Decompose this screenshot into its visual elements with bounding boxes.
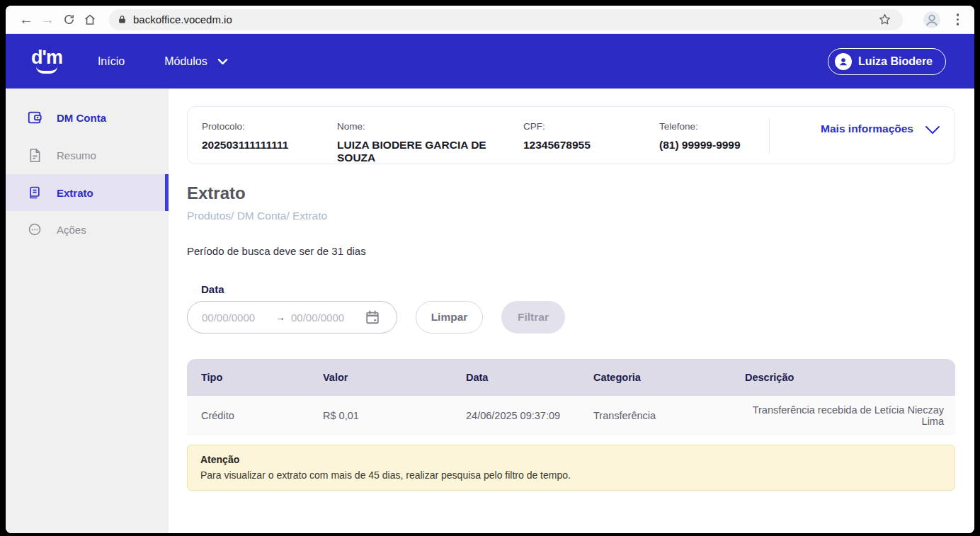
table-row[interactable]: Crédito R$ 0,01 24/06/2025 09:37:09 Tran… xyxy=(187,396,955,435)
document-icon xyxy=(27,148,42,163)
field-value: 12345678955 xyxy=(523,139,659,152)
cell-data: 24/06/2025 09:37:09 xyxy=(452,396,579,435)
dm-logo[interactable]: d'm xyxy=(31,49,62,74)
transactions-table: Tipo Valor Data Categoria Descrição Créd… xyxy=(187,359,955,435)
browser-window: ← → backoffice.vocedm.io d'm Início Módu… xyxy=(6,6,974,533)
page-title: Extrato xyxy=(187,183,955,203)
column-header-categoria: Categoria xyxy=(579,359,731,396)
more-info-link[interactable]: Mais informações xyxy=(821,122,913,135)
wallet-icon xyxy=(27,110,42,125)
chevron-down-icon xyxy=(925,125,940,135)
field-label: CPF: xyxy=(523,121,659,132)
cell-tipo: Crédito xyxy=(187,396,309,435)
date-filter-label: Data xyxy=(201,283,955,295)
sidebar-item-label: Resumo xyxy=(57,149,96,161)
browser-profile-button[interactable] xyxy=(923,11,941,29)
field-label: Protocolo: xyxy=(202,121,337,132)
attention-alert: Atenção Para visualizar o extrato com ma… xyxy=(187,445,955,491)
cell-descricao: Transferência recebida de Letícia Niecza… xyxy=(731,396,955,435)
field-nome: Nome: LUIZA BIODERE GARCIA DE SOUZA xyxy=(337,121,523,151)
alert-title: Atenção xyxy=(200,454,942,465)
filter-row: → Limpar Filtrar xyxy=(187,301,955,333)
column-header-tipo: Tipo xyxy=(187,359,309,396)
user-name-label: Luiza Biodere xyxy=(858,55,933,68)
sidebar-item-acoes[interactable]: Ações xyxy=(6,211,169,248)
calendar-icon[interactable] xyxy=(365,309,380,325)
filter-button[interactable]: Filtrar xyxy=(501,301,565,333)
end-date-input[interactable] xyxy=(291,312,359,324)
browser-menu-button[interactable] xyxy=(951,11,965,28)
field-value: 202503111111111 xyxy=(202,139,337,152)
field-label: Telefone: xyxy=(659,121,769,132)
field-protocolo: Protocolo: 202503111111111 xyxy=(202,121,337,151)
arrow-right-icon: → xyxy=(275,312,285,323)
alert-message: Para visualizar o extrato com mais de 45… xyxy=(200,469,942,481)
main-panel: Protocolo: 202503111111111 Nome: LUIZA B… xyxy=(169,89,974,533)
statement-icon xyxy=(27,186,42,200)
bookmark-star-icon[interactable] xyxy=(878,13,891,26)
field-cpf: CPF: 12345678955 xyxy=(523,121,659,151)
sidebar-item-label: DM Conta xyxy=(57,112,106,124)
user-avatar-icon xyxy=(835,53,852,70)
breadcrumb[interactable]: Produtos/ DM Conta/ Extrato xyxy=(187,210,955,222)
field-value: (81) 99999-9999 xyxy=(659,139,769,152)
start-date-input[interactable] xyxy=(202,312,270,324)
home-button[interactable] xyxy=(79,9,101,30)
table-header-row: Tipo Valor Data Categoria Descrição xyxy=(187,359,955,396)
app-navbar: d'm Início Módulos Luiza Biodere xyxy=(6,34,974,89)
period-note: Período de busca deve ser de 31 dias xyxy=(187,245,955,257)
home-icon xyxy=(84,13,96,26)
sidebar-item-label: Ações xyxy=(57,224,86,236)
browser-toolbar: ← → backoffice.vocedm.io xyxy=(6,6,974,34)
sidebar-item-resumo[interactable]: Resumo xyxy=(6,137,169,174)
url-text: backoffice.vocedm.io xyxy=(133,13,232,25)
reload-icon xyxy=(63,13,75,25)
field-telefone: Telefone: (81) 99999-9999 xyxy=(659,121,769,151)
nav-item-modulos[interactable]: Módulos xyxy=(164,55,227,68)
user-menu-button[interactable]: Luiza Biodere xyxy=(828,48,946,75)
ellipsis-circle-icon xyxy=(27,222,42,236)
nav-item-inicio[interactable]: Início xyxy=(98,55,125,68)
cell-categoria: Transferência xyxy=(579,396,731,435)
column-header-descricao: Descrição xyxy=(731,359,955,396)
reload-button[interactable] xyxy=(58,9,79,30)
address-bar[interactable]: backoffice.vocedm.io xyxy=(109,9,903,30)
nav-item-modulos-label: Módulos xyxy=(164,55,207,68)
column-header-data: Data xyxy=(452,359,579,396)
customer-info-card: Protocolo: 202503111111111 Nome: LUIZA B… xyxy=(187,106,955,164)
dm-logo-text: d'm xyxy=(31,49,62,66)
field-label: Nome: xyxy=(337,121,523,132)
dm-logo-smile-icon xyxy=(36,67,57,74)
date-range-input[interactable]: → xyxy=(187,301,397,333)
profile-avatar-icon xyxy=(923,11,941,29)
nav-item-inicio-label: Início xyxy=(98,55,125,68)
sidebar: DM Conta Resumo Extrato Ações xyxy=(6,89,169,533)
sidebar-item-extrato[interactable]: Extrato xyxy=(6,174,169,211)
forward-button[interactable]: → xyxy=(37,9,58,30)
field-value: LUIZA BIODERE GARCIA DE SOUZA xyxy=(337,139,523,164)
sidebar-item-dm-conta[interactable]: DM Conta xyxy=(6,98,169,137)
more-info-toggle[interactable]: Mais informações xyxy=(770,121,940,151)
column-header-valor: Valor xyxy=(309,359,452,396)
chevron-down-icon xyxy=(217,58,228,65)
cell-valor: R$ 0,01 xyxy=(309,396,452,435)
screenshot-frame: ← → backoffice.vocedm.io d'm Início Módu… xyxy=(0,0,980,536)
sidebar-item-label: Extrato xyxy=(57,187,93,199)
content-area: DM Conta Resumo Extrato Ações xyxy=(6,89,974,533)
lock-icon xyxy=(118,14,127,25)
back-button[interactable]: ← xyxy=(16,9,37,30)
clear-button[interactable]: Limpar xyxy=(416,301,483,333)
